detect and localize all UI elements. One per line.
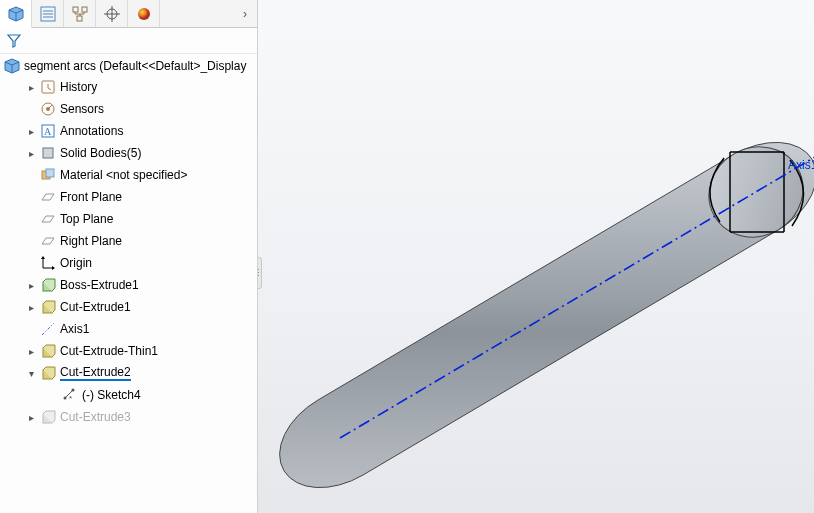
plane-icon [40,189,56,205]
crosshair-icon [104,6,120,22]
tree-item-label: Cut-Extrude2 [60,365,131,381]
tree-item-topplane[interactable]: Top Plane [4,208,257,230]
part-cube-icon [4,58,20,74]
svg-rect-6 [77,16,82,21]
model-3d-cylinder[interactable] [258,0,814,513]
tree-root-label: segment arcs (Default<<Default>_Display [24,59,246,73]
svg-text:*: * [69,394,72,403]
axis1-label[interactable]: Axis1 [788,158,814,172]
svg-line-14 [48,105,52,109]
plane-icon [40,211,56,227]
cutext-icon [40,365,56,381]
sensors-icon [40,101,56,117]
cutext-icon [40,299,56,315]
svg-rect-19 [46,169,54,177]
solid-icon [40,145,56,161]
svg-line-26 [42,323,54,335]
tab-dim-expert[interactable] [96,0,128,27]
svg-rect-4 [73,7,78,12]
tree-item-label: Solid Bodies(5) [60,146,141,160]
tree-item-label: Cut-Extrude-Thin1 [60,344,158,358]
expander-icon[interactable]: ▸ [26,346,36,357]
tree-item-solidbodies[interactable]: ▸Solid Bodies(5) [4,142,257,164]
svg-rect-5 [82,7,87,12]
tree-item-label: Top Plane [60,212,113,226]
tree-item-bossext1[interactable]: ▸Boss-Extrude1 [4,274,257,296]
expander-icon[interactable]: ▸ [26,302,36,313]
extrude-icon [40,277,56,293]
filter-funnel-icon[interactable] [6,33,22,49]
config-tree-icon [72,6,88,22]
cutext-icon [40,409,56,425]
tree-item-label: Origin [60,256,92,270]
feature-tree: segment arcs (Default<<Default>_Display … [0,54,257,513]
tree-item-label: Front Plane [60,190,122,204]
tree-item-annotations[interactable]: ▸AAnnotations [4,120,257,142]
tree-item-label: (-) Sketch4 [82,388,141,402]
tree-item-frontplane[interactable]: Front Plane [4,186,257,208]
tab-configuration-manager[interactable] [64,0,96,27]
svg-text:A: A [44,126,52,137]
tree-item-label: Sensors [60,102,104,116]
grip-icon: ⋮ [258,268,263,278]
material-icon [40,167,56,183]
expander-icon[interactable]: ▸ [26,82,36,93]
chevron-right-icon: › [243,7,247,21]
svg-point-30 [72,389,75,392]
svg-point-10 [138,8,150,20]
tree-item-label: Cut-Extrude1 [60,300,131,314]
part-cube-icon [8,6,24,22]
tab-feature-manager[interactable] [0,0,32,28]
tree-item-sensors[interactable]: Sensors [4,98,257,120]
graphics-viewport[interactable]: ⋮ [258,0,814,513]
expander-icon[interactable]: ▸ [26,148,36,159]
splitter-handle[interactable]: ⋮ [258,257,262,289]
tree-item-axis1[interactable]: Axis1 [4,318,257,340]
expander-icon[interactable]: ▾ [26,368,36,379]
annot-icon: A [40,123,56,139]
expander-icon[interactable]: ▸ [26,126,36,137]
tree-item-origin[interactable]: Origin [4,252,257,274]
tree-item-label: Boss-Extrude1 [60,278,139,292]
appearance-sphere-icon [136,6,152,22]
panel-tab-bar: › [0,0,257,28]
tree-item-label: History [60,80,97,94]
feature-manager-panel: › segment arcs (Default<<Default>_Displa… [0,0,258,513]
plane-icon [40,233,56,249]
tree-item-label: Right Plane [60,234,122,248]
panel-collapse-button[interactable]: › [233,0,257,27]
svg-marker-22 [41,256,45,259]
tree-item-cutext1[interactable]: ▸Cut-Extrude1 [4,296,257,318]
tree-item-rightplane[interactable]: Right Plane [4,230,257,252]
cutext-icon [40,343,56,359]
expander-icon[interactable]: ▸ [26,280,36,291]
tree-item-label: Material <not specified> [60,168,187,182]
tree-item-label: Axis1 [60,322,89,336]
history-icon [40,79,56,95]
expander-icon[interactable]: ▸ [26,412,36,423]
tree-root[interactable]: segment arcs (Default<<Default>_Display [0,56,257,76]
tree-item-history[interactable]: ▸History [4,76,257,98]
origin-icon [40,255,56,271]
tree-item-material[interactable]: Material <not specified> [4,164,257,186]
tab-display-manager[interactable] [128,0,160,27]
list-icon [40,6,56,22]
svg-point-29 [64,397,67,400]
tree-item-label: Cut-Extrude3 [60,410,131,424]
tree-item-cutext3[interactable]: ▸Cut-Extrude3 [4,406,257,428]
tree-item-cutext2[interactable]: ▾Cut-Extrude2 [4,362,257,384]
svg-marker-23 [52,266,55,270]
filter-row [0,28,257,54]
tree-item-sketch4[interactable]: *(-) Sketch4 [4,384,257,406]
tree-item-label: Annotations [60,124,123,138]
axis-icon [40,321,56,337]
svg-rect-17 [43,148,53,158]
tree-item-cutextthin1[interactable]: ▸Cut-Extrude-Thin1 [4,340,257,362]
tab-property-manager[interactable] [32,0,64,27]
sketch-icon: * [62,387,78,403]
